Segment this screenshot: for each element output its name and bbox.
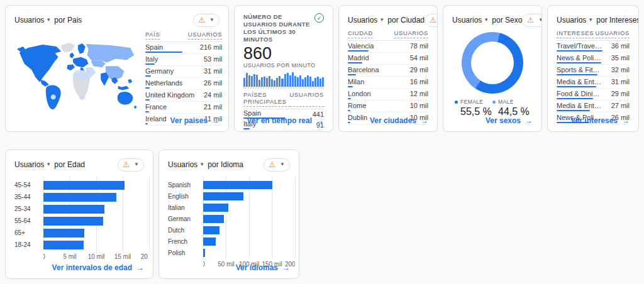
bar-row: 18-24 — [14, 239, 149, 251]
category-label: Spanish — [168, 182, 203, 188]
sparkline-bar — [307, 75, 309, 87]
users-metric-dropdown[interactable]: Usuarios ▼ por Edad — [14, 160, 85, 169]
legend-dot-icon — [492, 101, 496, 104]
users-metric-dropdown[interactable]: Usuarios ▼ por Idioma — [168, 160, 243, 169]
sparkline-bar — [297, 77, 299, 87]
column-header-value: USUARIOS — [188, 31, 222, 40]
chart-bars: SpanishEnglishItalianGermanDutchFrenchPo… — [168, 179, 295, 258]
category-label: English — [168, 193, 203, 200]
category-label: 18-24 — [14, 241, 43, 248]
data-quality-badge[interactable]: ⚠ ▼ — [522, 14, 542, 27]
category-label: Dutch — [168, 227, 203, 234]
category-label: French — [168, 238, 203, 245]
dimension-label: por Ciudad — [387, 16, 425, 25]
gender-donut-wrap — [452, 32, 533, 94]
column-header-value: USUARIOS — [596, 30, 630, 38]
sparkline-bar — [317, 77, 319, 87]
legend-label: FEMALE — [460, 99, 483, 105]
row-name: Germany — [243, 131, 324, 132]
sparkline-bar — [304, 77, 306, 87]
row-value-bar — [145, 111, 149, 112]
row-value-bar — [557, 62, 601, 63]
view-cities-link[interactable]: Ver ciudades→ — [370, 116, 428, 125]
row-value-bar — [557, 98, 593, 99]
table-row: Netherlands 26 mil — [145, 78, 222, 90]
row-value: 27 mil — [611, 102, 630, 109]
row-value: 16 mil — [410, 78, 428, 85]
view-interests-link[interactable]: Ver intereses→ — [570, 116, 630, 125]
table-row: Rome 10 mil — [348, 101, 428, 112]
category-label: 55-64 — [14, 217, 43, 224]
row-value-bar — [348, 50, 369, 52]
data-quality-badge[interactable]: ⚠ ▼ — [425, 14, 438, 27]
sparkline-bar — [253, 74, 255, 87]
data-quality-badge[interactable]: ⚠ ▼ — [118, 158, 144, 172]
card-users-by-age: Usuarios ▼ por Edad ⚠ ▼ 45-5435-4425-345… — [5, 150, 153, 279]
view-age-ranges-link[interactable]: Ver intervalos de edad→ — [52, 263, 144, 272]
data-quality-badge[interactable]: ⚠ ▼ — [264, 158, 290, 172]
category-label: Italian — [168, 204, 203, 211]
bar-track — [43, 193, 149, 202]
bar-track — [43, 217, 149, 226]
sparkline-bar — [266, 78, 268, 87]
view-languages-link[interactable]: Ver idiomas→ — [236, 263, 290, 272]
row-value-bar — [557, 74, 597, 75]
bar-track — [43, 205, 149, 214]
users-metric-dropdown[interactable]: Usuarios ▼ por Ciudad — [348, 16, 425, 25]
data-quality-badge[interactable]: ⚠ ▼ — [193, 14, 219, 27]
bar — [43, 229, 84, 238]
age-bar-chart: 45-5435-4425-3455-6465+18-24 05 mil10 mi… — [14, 179, 149, 261]
view-realtime-link[interactable]: Ver en tiempo real→ — [247, 116, 324, 125]
metric-label: Usuarios — [348, 16, 377, 25]
bar-row: 45-54 — [14, 179, 149, 191]
table-row: Media & Entertainme… 27 mil — [557, 101, 630, 112]
users-metric-dropdown[interactable]: Usuarios ▼ por Pais — [14, 16, 82, 25]
axis-tick-label: 10 mil — [88, 253, 105, 260]
table-row: News & Politics/Avid… 35 mil — [557, 53, 630, 65]
bar-track — [203, 215, 295, 223]
table-header: INTERESES USUARIOS — [557, 30, 630, 41]
bar-row: Dutch — [168, 224, 295, 236]
sparkline-bar — [243, 78, 245, 87]
category-label: 25-34 — [14, 205, 43, 212]
sparkline-bar — [264, 77, 265, 87]
row-value-bar — [557, 50, 602, 52]
sparkline-bar — [269, 76, 270, 87]
arrow-right-icon: → — [212, 116, 219, 125]
axis-tick-label: 20 mil — [141, 253, 149, 260]
table-row: Media & Entertainme… 31 mil — [557, 77, 630, 89]
table-row: London 12 mil — [348, 89, 428, 101]
sparkline-bar — [248, 75, 250, 87]
row-value-bar — [145, 123, 148, 124]
chevron-down-icon: ▼ — [538, 18, 542, 23]
arrow-right-icon: → — [421, 116, 428, 125]
table-row: Food & Dining/Cooki… 29 mil — [557, 89, 630, 101]
gender-legend: FEMALE 55,5 % MALE 44,5 % — [452, 99, 533, 117]
row-value: 53 mil — [204, 55, 222, 63]
card-realtime-users: NÚMERO DE USUARIOS DURANTE LOS ÚLTIMOS 3… — [234, 5, 333, 132]
sparkline-bar — [279, 76, 280, 87]
row-value: 12 mil — [410, 90, 428, 97]
view-countries-link[interactable]: Ver paises→ — [170, 116, 219, 125]
dashboard-row-2: Usuarios ▼ por Edad ⚠ ▼ 45-5435-4425-345… — [5, 150, 639, 279]
legend-dot-icon — [455, 101, 458, 104]
users-metric-dropdown[interactable]: Usuarios ▼ por Intereses — [557, 16, 639, 25]
sparkline-bar — [287, 73, 289, 87]
metric-label: Usuarios — [14, 160, 44, 169]
bar-track — [43, 241, 149, 249]
sparkline-bar — [256, 75, 258, 87]
users-metric-dropdown[interactable]: Usuarios ▼ por Sexo — [452, 16, 522, 25]
card-header: Usuarios ▼ por Sexo ⚠ ▼ — [452, 13, 533, 27]
column-header-name: PAÍSES PRINCIPALES — [243, 91, 290, 107]
row-value: 32 mil — [611, 66, 630, 74]
realtime-sparkline — [243, 72, 324, 89]
world-map-svg — [14, 39, 138, 116]
column-header-name: INTERESES — [557, 30, 594, 38]
table-row: Germany 62 — [243, 131, 324, 132]
view-genders-link[interactable]: Ver sexos→ — [486, 116, 533, 125]
row-value: 29 mil — [611, 90, 630, 97]
table-row: Germany 31 mil — [145, 66, 222, 78]
row-value: 21 mil — [204, 103, 222, 111]
bar — [203, 192, 243, 200]
bar-track — [203, 249, 295, 257]
